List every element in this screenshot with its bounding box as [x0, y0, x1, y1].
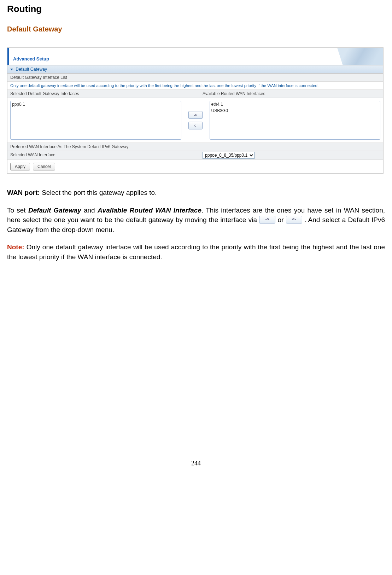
- move-right-icon: ->: [259, 216, 275, 223]
- list-item[interactable]: ppp0.1: [11, 101, 181, 108]
- move-left-icon: <-: [286, 216, 302, 223]
- action-row: Apply Cancel: [7, 160, 383, 173]
- wan-port-label: WAN port:: [7, 189, 40, 196]
- accordion-default-gateway[interactable]: Default Gateway: [7, 65, 383, 74]
- apply-button[interactable]: Apply: [10, 163, 30, 170]
- move-right-button[interactable]: ->: [188, 111, 203, 119]
- ipv6-section-header: Preferred WAN Interface As The System De…: [7, 143, 383, 151]
- note-text: Only one default gateway interface will …: [7, 243, 385, 261]
- text-emphasis: Default Gateway: [28, 207, 81, 214]
- text-segment: To set: [7, 207, 28, 214]
- wan-port-text: Select the port this gateway applies to.: [40, 189, 157, 196]
- page-number: 244: [7, 460, 385, 467]
- page-title: Routing: [7, 4, 385, 14]
- available-header: Available Routed WAN Interfaces: [200, 90, 383, 98]
- list-header: Default Gateway Interface List: [7, 74, 383, 82]
- note-label: Note:: [7, 243, 24, 251]
- cancel-button[interactable]: Cancel: [33, 163, 55, 170]
- info-text: Only one default gateway interface will …: [7, 82, 383, 90]
- doc-body: WAN port: Select the port this gateway a…: [7, 188, 385, 262]
- header-graphic: [337, 48, 383, 65]
- text-emphasis: Available Routed WAN Interface: [98, 207, 201, 214]
- chevron-down-icon: [10, 69, 13, 70]
- interface-picker: ppp0.1 -> <- eth4.1 USB3G0: [7, 98, 383, 143]
- section-title: Default Gateway: [7, 25, 385, 33]
- dual-list-header: Selected Default Gateway Interfaces Avai…: [7, 90, 383, 98]
- move-left-button[interactable]: <-: [188, 122, 203, 129]
- text-segment: and: [81, 207, 98, 214]
- ipv6-select-label: Selected WAN Interface: [7, 151, 200, 159]
- ipv6-select-row: Selected WAN Interface pppoe_0_8_35/ppp0…: [7, 151, 383, 160]
- list-item[interactable]: eth4.1: [210, 101, 380, 108]
- config-panel: Advanced Setup Default Gateway Default G…: [7, 47, 384, 174]
- text-segment: or: [275, 216, 286, 223]
- available-interfaces-list[interactable]: eth4.1 USB3G0: [210, 101, 381, 140]
- tab-bar: Advanced Setup: [7, 48, 383, 65]
- accordion-label: Default Gateway: [16, 67, 47, 72]
- list-item[interactable]: USB3G0: [210, 108, 380, 114]
- ipv6-wan-select[interactable]: pppoe_0_8_35/ppp0.1: [203, 152, 254, 159]
- tab-advanced-setup[interactable]: Advanced Setup: [9, 56, 53, 65]
- selected-interfaces-list[interactable]: ppp0.1: [10, 101, 181, 140]
- selected-header: Selected Default Gateway Interfaces: [7, 90, 200, 98]
